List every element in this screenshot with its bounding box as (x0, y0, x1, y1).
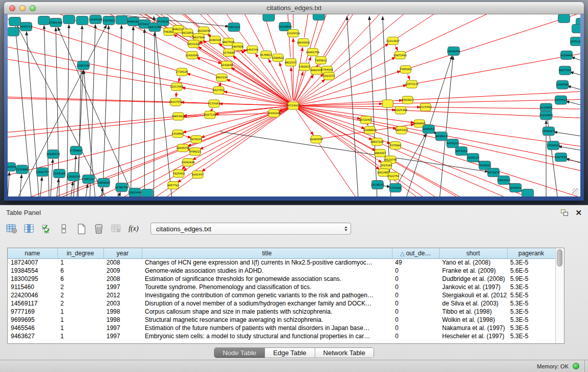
graph-node-label: 9984067 (374, 151, 386, 155)
table-settings-icon[interactable] (4, 222, 19, 236)
graph-edge (8, 117, 173, 159)
table-scrollbar-thumb[interactable] (557, 249, 562, 267)
column-header-year[interactable]: year (103, 248, 142, 258)
graph-edge (407, 74, 409, 79)
tab-node-table[interactable]: Node Table (214, 348, 265, 358)
unselect-all-columns-icon[interactable] (56, 222, 72, 236)
delete-table-icon[interactable] (108, 222, 124, 236)
table-cell: 9463627 (8, 332, 57, 340)
graph-node-label: 3931554 (8, 165, 16, 168)
table-row[interactable]: 977716911998Corpus callosum shape and si… (8, 308, 555, 316)
show-columns-icon[interactable] (21, 222, 37, 236)
table-cell: 0 (392, 324, 439, 332)
table-cell: Structural magnetic resonance image aver… (142, 316, 392, 324)
graph-node[interactable] (9, 17, 20, 26)
graph-node-label: 8427552 (213, 89, 225, 92)
graph-node-label: 7955812 (315, 59, 326, 62)
table-row[interactable]: 1872400712008Changes of HCN gene express… (8, 258, 555, 267)
window-resize-grip[interactable] (572, 188, 579, 195)
graph-node-label: 10973493 (393, 54, 406, 57)
graph-node[interactable] (141, 189, 153, 196)
graph-edge (8, 154, 190, 196)
tab-network-table[interactable]: Network Table (315, 348, 374, 358)
graph-node-label: 14136141 (371, 183, 384, 186)
graph-node[interactable] (8, 27, 19, 36)
table-cell: 1 (57, 332, 103, 340)
table-row[interactable]: 969969511998Structural magnetic resonanc… (8, 316, 555, 324)
graph-node-label: 8938924 (435, 135, 447, 138)
graph-node-label: 8454749 (247, 48, 258, 51)
window-titlebar[interactable]: citations_edges.txt (4, 2, 584, 14)
graph-node[interactable] (38, 16, 50, 25)
table-cell: Estimation of significance thresholds fo… (142, 275, 392, 283)
graph-node-label: 18107552 (169, 100, 182, 103)
graph-node[interactable] (313, 14, 324, 20)
graph-edge (331, 14, 580, 66)
graph-node-label: 2522754 (387, 174, 399, 178)
table-cell: 1998 (103, 316, 142, 324)
network-canvas[interactable]: 4055714276914061106532815276028466160107… (8, 14, 580, 196)
graph-node-label: 9242848 (221, 63, 233, 67)
graph-node-label: 16543392 (187, 42, 200, 46)
graph-node-label: 27691406 (49, 21, 62, 24)
graph-node[interactable] (522, 189, 534, 196)
graph-node[interactable] (382, 100, 393, 107)
graph-node-label: 1691447 (192, 173, 204, 176)
column-header-in_degree[interactable]: in_degree (57, 248, 103, 258)
graph-edge (566, 101, 580, 106)
table-panel-title: Table Panel (6, 209, 41, 216)
function-builder-icon[interactable]: f(x) (126, 222, 141, 236)
table-cell: 2 (57, 299, 103, 308)
graph-node[interactable] (572, 24, 580, 33)
graph-edge (323, 14, 559, 56)
graph-node-label: 7632621 (479, 164, 491, 167)
table-selector[interactable]: citations_edges.txt (150, 223, 351, 235)
graph-node-label: 2967608 (232, 45, 244, 48)
graph-node[interactable] (63, 15, 75, 24)
table-row[interactable]: 946362711997Embryonic stem cells: a mode… (8, 332, 555, 340)
graph-edge (333, 14, 580, 73)
graph-node-label: 9463627 (402, 98, 413, 101)
graph-node-label: 10654142 (497, 179, 510, 182)
table-cell: 0 (392, 332, 439, 340)
column-header-short[interactable]: short (439, 248, 507, 258)
table-cell: 2 (57, 283, 103, 291)
graph-edge (179, 77, 180, 82)
column-header-name[interactable]: name (8, 248, 57, 258)
table-cell: Investigating the contribution of common… (142, 291, 392, 299)
table-cell: 5.3E-5 (507, 332, 555, 340)
column-header-title[interactable]: title (142, 248, 392, 258)
table-row[interactable]: 1938455462009Genome-wide association stu… (8, 267, 555, 275)
graph-node-label: 5878335 (190, 138, 202, 141)
graph-node[interactable] (116, 15, 127, 24)
graph-edge (86, 184, 88, 196)
table-cell: Changes of HCN gene expression and I(f) … (142, 258, 392, 267)
table-row[interactable]: 1456911722003Disruption of a novel membe… (8, 299, 555, 308)
tab-edge-table[interactable]: Edge Table (265, 348, 315, 358)
graph-edge (440, 56, 453, 196)
close-panel-icon[interactable]: ✕ (575, 209, 582, 216)
column-header-pagerank[interactable]: pagerank (507, 248, 555, 258)
new-column-icon[interactable] (74, 222, 89, 236)
delete-column-icon[interactable] (91, 222, 106, 236)
graph-node-label: 1362615 (298, 65, 310, 69)
table-cell: de Silva et al. (2003) (439, 299, 507, 308)
table-row[interactable]: 911546021997Tourette syndrome. Phenomeno… (8, 283, 555, 291)
graph-edge (154, 32, 155, 196)
table-cell: Wolkin et al. (1998) (439, 316, 507, 324)
float-panel-icon[interactable] (561, 209, 568, 216)
table-scrollbar[interactable] (555, 248, 564, 343)
graph-node-label: 17359924 (70, 149, 83, 152)
select-all-columns-icon[interactable] (39, 222, 54, 236)
graph-edge (367, 125, 368, 125)
graph-node[interactable] (76, 16, 88, 25)
table-row[interactable]: 946554611997Estimation of the future num… (8, 324, 555, 332)
graph-node[interactable] (263, 14, 275, 21)
column-header-out_de[interactable]: △ out_de… (392, 248, 439, 258)
graph-node[interactable] (558, 14, 570, 23)
graph-node-label: 8186328 (209, 38, 221, 41)
table-row[interactable]: 2242004622012Investigating the contribut… (8, 291, 555, 299)
table-cell: 9777169 (8, 308, 57, 316)
table-row[interactable]: 1830029562008Estimation of significance … (8, 275, 555, 283)
memory-ok-indicator-icon[interactable] (573, 363, 579, 369)
